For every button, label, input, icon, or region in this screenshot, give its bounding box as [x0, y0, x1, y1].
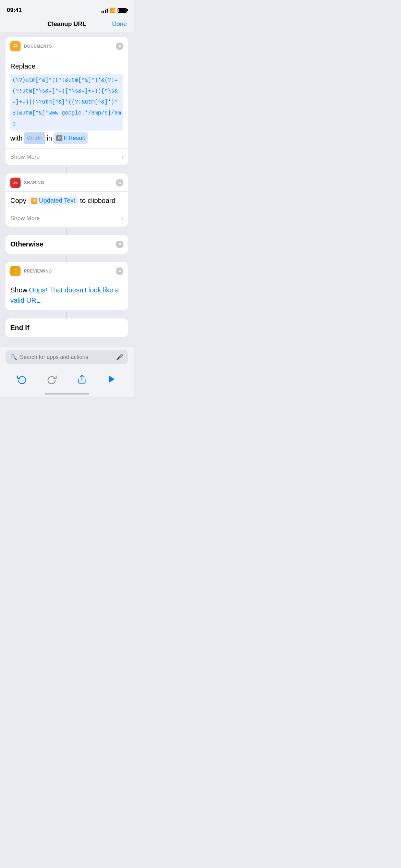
documents-token-icon: ☰: [31, 198, 37, 204]
previewing-card-body: Show Oops! That doesn't look like a vali…: [5, 280, 128, 310]
to-clipboard-label: to clipboard: [80, 197, 115, 205]
end-if-card: End If: [5, 318, 128, 337]
nav-bar: Cleanup URL Done: [0, 17, 134, 32]
undo-button[interactable]: [14, 372, 29, 387]
bottom-toolbar: [0, 367, 134, 390]
otherwise-label: Otherwise: [10, 240, 44, 248]
search-icon: 🔍: [10, 354, 17, 360]
documents-show-more-label: Show More: [10, 154, 40, 160]
search-input[interactable]: [20, 354, 113, 360]
undo-icon: [17, 374, 27, 384]
previewing-action-card: □ PREVIEWING ✕ Show Oops! That doesn't l…: [5, 262, 128, 310]
sharing-icon: ✂: [10, 178, 21, 188]
updated-text-label: Updated Text: [39, 197, 75, 204]
connector-4: [5, 312, 128, 318]
run-button[interactable]: [104, 372, 119, 387]
documents-card-body: Replace (\?)utm[^&]*((?:&utm[^&]*)*&(?:=…: [5, 55, 128, 148]
documents-chevron-icon: ›: [122, 154, 123, 160]
otherwise-card: Otherwise ✕: [5, 235, 128, 254]
connector-2: [5, 229, 128, 235]
gear-icon: ⚙: [56, 135, 62, 141]
documents-action-card: ☰ DOCUMENTS ✕ Replace (\?)utm[^&]*((?:&u…: [5, 37, 128, 165]
sharing-show-more-button[interactable]: Show More ›: [5, 210, 128, 227]
with-label: with: [10, 132, 23, 144]
status-time: 09:41: [7, 7, 22, 14]
sharing-show-more-label: Show More: [10, 215, 40, 222]
run-icon: [107, 374, 117, 384]
connector-line-3: [66, 256, 67, 262]
documents-card-header: ☰ DOCUMENTS ✕: [5, 37, 128, 55]
end-if-label: End If: [10, 324, 29, 332]
regex-pattern[interactable]: (\?)utm[^&]*((?:&utm[^&]*)*&(?:=(?!utm[^…: [10, 74, 123, 131]
search-bar: 🔍 🎤: [5, 350, 128, 364]
svg-marker-1: [109, 376, 114, 383]
sharing-label: SHARING: [24, 180, 44, 185]
sharing-close-button[interactable]: ✕: [116, 179, 123, 186]
microphone-icon[interactable]: 🎤: [116, 353, 123, 361]
copy-content: Copy ☰ Updated Text to clipboard: [10, 196, 123, 210]
sharing-header-left: ✂ SHARING: [10, 178, 44, 188]
if-result-token[interactable]: ⚙ If Result: [53, 132, 88, 144]
connector-line-2: [66, 229, 67, 235]
documents-label: DOCUMENTS: [24, 44, 52, 49]
done-button[interactable]: Done: [110, 21, 127, 28]
previewing-close-button[interactable]: ✕: [116, 267, 123, 275]
previewing-label: PREVIEWING: [24, 269, 52, 274]
if-result-label: If Result: [64, 133, 85, 144]
home-bar: [45, 393, 89, 395]
page-title: Cleanup URL: [24, 21, 110, 28]
replace-label: Replace: [10, 60, 35, 72]
connector-1: [5, 167, 128, 173]
status-icons: 📶: [101, 8, 127, 13]
copy-label: Copy: [10, 197, 26, 205]
previewing-header-left: □ PREVIEWING: [10, 266, 52, 276]
show-label: Show: [10, 286, 27, 294]
previewing-icon: □: [10, 266, 21, 276]
sharing-chevron-icon: ›: [122, 215, 123, 221]
connector-line-1: [66, 167, 67, 173]
replace-content: Replace (\?)utm[^&]*((?:&utm[^&]*)*&(?:=…: [10, 60, 123, 148]
battery-icon: [118, 8, 127, 13]
world-token[interactable]: World: [24, 132, 46, 144]
signal-bars-icon: [101, 8, 108, 13]
sharing-card-header: ✂ SHARING ✕: [5, 173, 128, 192]
sharing-card-body: Copy ☰ Updated Text to clipboard: [5, 192, 128, 210]
share-button[interactable]: [74, 372, 89, 387]
redo-button[interactable]: [44, 372, 59, 387]
show-content: Show Oops! That doesn't look like a vali…: [10, 285, 123, 310]
otherwise-close-button[interactable]: ✕: [116, 241, 123, 248]
documents-close-button[interactable]: ✕: [116, 43, 123, 50]
wifi-icon: 📶: [110, 8, 116, 13]
home-indicator: [0, 390, 134, 397]
search-bar-container: 🔍 🎤: [0, 347, 134, 367]
connector-line-4: [66, 312, 67, 318]
connector-3: [5, 256, 128, 262]
status-bar: 09:41 📶: [0, 0, 134, 17]
sharing-action-card: ✂ SHARING ✕ Copy ☰ Updated Text to clipb…: [5, 173, 128, 227]
documents-icon: ☰: [10, 41, 21, 51]
documents-header-left: ☰ DOCUMENTS: [10, 41, 52, 51]
content-area: ☰ DOCUMENTS ✕ Replace (\?)utm[^&]*((?:&u…: [0, 32, 134, 347]
redo-icon: [47, 374, 57, 384]
documents-show-more-button[interactable]: Show More ›: [5, 148, 128, 165]
share-icon: [77, 374, 87, 384]
in-label: in: [47, 132, 52, 144]
updated-text-token[interactable]: ☰ Updated Text: [28, 196, 78, 205]
previewing-card-header: □ PREVIEWING ✕: [5, 262, 128, 280]
